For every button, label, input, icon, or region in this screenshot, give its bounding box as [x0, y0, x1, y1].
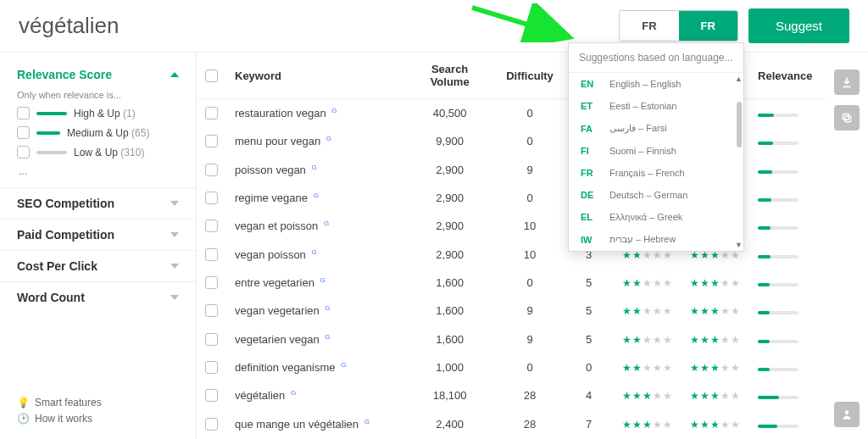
volume-cell: 1,000 — [403, 353, 496, 381]
difficulty-cell: 0 — [496, 269, 564, 297]
google-icon: G — [311, 164, 316, 171]
difficulty-cell: 0 — [496, 99, 564, 128]
star-rating: ★★★★★ — [690, 390, 741, 402]
checkbox[interactable] — [17, 146, 30, 158]
language-option[interactable]: ETEesti – Estonian — [569, 95, 743, 117]
volume-cell: 18,100 — [403, 381, 496, 409]
keyword-cell[interactable]: que mange un végétalien G — [226, 410, 403, 438]
google-icon: G — [291, 389, 296, 397]
facet-header[interactable]: SEO Competition — [0, 187, 196, 219]
star-rating: ★★★★★ — [690, 419, 741, 431]
scroll-up-arrow[interactable]: ▲ — [735, 75, 742, 83]
star-rating: ★★★★★ — [622, 419, 673, 431]
extra-cell: 0 — [564, 353, 614, 381]
volume-cell: 2,900 — [403, 156, 496, 184]
difficulty-cell: 0 — [496, 184, 564, 212]
row-checkbox[interactable] — [205, 418, 218, 431]
copy-button[interactable] — [834, 105, 860, 131]
clock-icon: 🕑 — [17, 413, 30, 425]
relevance-bar — [758, 198, 798, 202]
table-row: entre vegetarien G1,60005★★★★★★★★★★ — [197, 269, 826, 297]
extra-cell: 7 — [564, 410, 614, 438]
select-all-checkbox[interactable] — [205, 69, 218, 82]
language-option[interactable]: FAفارسی – Farsi — [569, 117, 743, 140]
relevance-bar — [758, 226, 798, 230]
relevance-bar — [758, 368, 798, 371]
download-button[interactable] — [834, 69, 860, 95]
row-checkbox[interactable] — [205, 192, 218, 204]
keyword-cell[interactable]: menu pour vegan G — [226, 127, 403, 155]
row-checkbox[interactable] — [205, 361, 218, 374]
row-checkbox[interactable] — [205, 135, 218, 147]
difficulty-cell: 28 — [496, 381, 564, 409]
relevance-option[interactable]: Low & Up (310) — [17, 146, 179, 158]
row-checkbox[interactable] — [205, 248, 218, 261]
language-option[interactable]: DEDeutsch – German — [569, 184, 743, 206]
row-checkbox[interactable] — [205, 276, 218, 289]
lang-country-button[interactable]: FR — [620, 11, 678, 41]
google-icon: G — [341, 361, 346, 369]
volume-cell: 2,900 — [403, 184, 496, 212]
keyword-cell[interactable]: poisson vegan G — [226, 156, 403, 184]
language-toggle[interactable]: FR FR — [619, 10, 738, 42]
keyword-cell[interactable]: definition veganisme G — [226, 353, 403, 381]
row-checkbox[interactable] — [205, 389, 218, 402]
language-dropdown[interactable]: Suggestions based on language... ▲ ENEng… — [568, 42, 744, 252]
star-rating: ★★★★★ — [622, 362, 673, 374]
search-term[interactable]: végétalien — [19, 13, 609, 39]
table-row: que mange un végétalien G2,400287★★★★★★★… — [197, 410, 826, 438]
facet-header[interactable]: Word Count — [0, 281, 196, 313]
language-option[interactable]: IWעברית – Hebrew — [569, 228, 743, 251]
more-options[interactable]: ... — [17, 165, 179, 177]
keyword-cell[interactable]: vegan poisson G — [226, 241, 403, 269]
checkbox[interactable] — [17, 107, 30, 119]
relevance-option[interactable]: High & Up (1) — [17, 107, 179, 119]
star-rating: ★★★★★ — [622, 334, 673, 346]
col-keyword[interactable]: Keyword — [226, 53, 403, 99]
lang-language-button[interactable]: FR — [679, 11, 737, 41]
smart-features-link[interactable]: 💡 Smart features — [17, 397, 179, 408]
difficulty-cell: 0 — [496, 353, 564, 381]
language-option[interactable]: FRFrançais – French — [569, 162, 743, 184]
star-rating: ★★★★★ — [622, 305, 673, 317]
facet-relevance-hint: Only when relevance is... — [17, 90, 179, 100]
relevance-bar — [758, 255, 798, 258]
difficulty-cell: 9 — [496, 297, 564, 325]
relevance-bar — [758, 283, 798, 286]
col-volume[interactable]: Search Volume — [403, 53, 496, 99]
google-icon: G — [311, 248, 316, 256]
suggest-button[interactable]: Suggest — [748, 8, 849, 43]
keyword-cell[interactable]: vegan et poisson G — [226, 212, 403, 240]
keyword-cell[interactable]: vegetarien vegan G — [226, 325, 403, 353]
how-it-works-link[interactable]: 🕑 How it works — [17, 413, 179, 425]
keyword-cell[interactable]: entre vegetarien G — [226, 269, 403, 297]
row-checkbox[interactable] — [205, 107, 218, 119]
row-checkbox[interactable] — [205, 220, 218, 232]
keyword-cell[interactable]: regime vegane G — [226, 184, 403, 212]
facet-header[interactable]: Paid Competition — [0, 219, 196, 250]
relevance-option[interactable]: Medium & Up (65) — [17, 126, 179, 139]
row-checkbox[interactable] — [205, 164, 218, 176]
language-option[interactable]: FISuomi – Finnish — [569, 140, 743, 162]
google-icon: G — [314, 192, 319, 199]
scrollbar-thumb[interactable] — [737, 102, 742, 147]
keyword-cell[interactable]: vegan vegetarien G — [226, 297, 403, 325]
language-option[interactable]: ELΕλληνικά – Greek — [569, 206, 743, 228]
col-relevance[interactable]: Relevance — [749, 53, 826, 99]
facet-relevance-header[interactable]: Relevance Score — [0, 59, 196, 90]
scroll-down-arrow[interactable]: ▼ — [735, 241, 742, 249]
row-checkbox[interactable] — [205, 304, 218, 317]
user-button[interactable] — [834, 402, 860, 427]
row-checkbox[interactable] — [205, 333, 218, 346]
relevance-bar — [758, 396, 798, 399]
checkbox[interactable] — [17, 126, 30, 139]
relevance-bar — [758, 142, 798, 145]
keyword-cell[interactable]: végétalien G — [226, 381, 403, 409]
col-difficulty[interactable]: Difficulty — [496, 53, 564, 99]
keyword-cell[interactable]: restauration vegan G — [226, 99, 403, 128]
volume-cell: 2,900 — [403, 241, 496, 269]
difficulty-cell: 10 — [496, 241, 564, 269]
facet-header[interactable]: Cost Per Click — [0, 250, 196, 281]
language-option[interactable]: ENEnglish – English — [569, 73, 743, 95]
volume-cell: 1,600 — [403, 269, 496, 297]
